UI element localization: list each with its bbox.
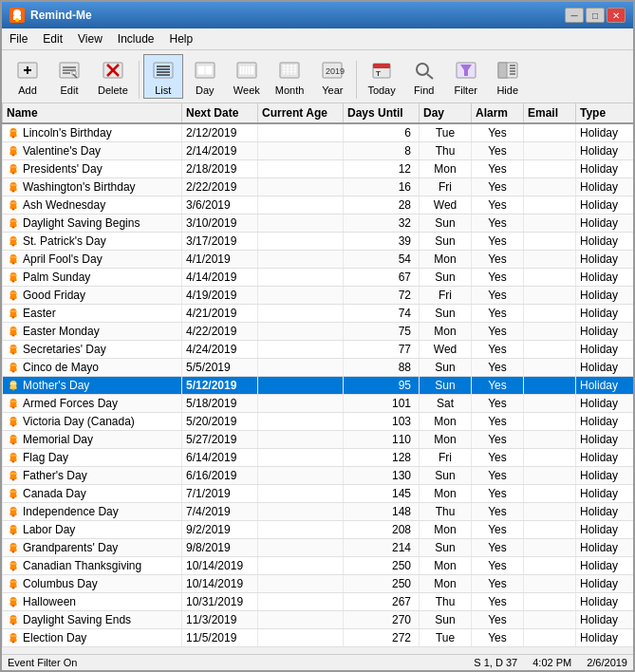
- cell-alarm: Yes: [472, 521, 524, 538]
- year-button[interactable]: 2019 Year: [312, 54, 352, 99]
- table-row[interactable]: Ash Wednesday3/6/201928WedYesHoliday: [2, 196, 633, 215]
- list-button[interactable]: List: [143, 54, 183, 99]
- week-button[interactable]: Week: [227, 54, 267, 99]
- cell-type: Holiday: [576, 124, 633, 141]
- cell-day: Mon: [420, 575, 472, 592]
- cell-days: 272: [344, 629, 420, 646]
- table-row[interactable]: Presidents' Day2/18/201912MonYesHoliday: [2, 160, 633, 178]
- table-row[interactable]: Flag Day6/14/2019128FriYesHoliday: [2, 449, 633, 467]
- col-days-until[interactable]: Days Until: [344, 103, 420, 122]
- cell-age: [258, 575, 344, 592]
- table-row[interactable]: Armed Forces Day5/18/2019101SatYesHolida…: [2, 395, 633, 413]
- cell-alarm: Yes: [472, 413, 524, 430]
- table-row[interactable]: Labor Day9/2/2019208MonYesHoliday: [2, 521, 633, 539]
- table-row[interactable]: Independence Day7/4/2019148ThuYesHoliday: [2, 503, 633, 521]
- close-button[interactable]: ✕: [607, 8, 626, 23]
- table-row[interactable]: Election Day11/5/2019272TueYesHoliday: [2, 629, 633, 647]
- delete-button[interactable]: Delete: [91, 54, 135, 99]
- cell-days: 16: [344, 178, 420, 196]
- svg-point-70: [12, 209, 15, 211]
- table-row[interactable]: Daylight Saving Begins3/10/201932SunYesH…: [2, 215, 633, 233]
- day-button[interactable]: Day: [185, 54, 225, 99]
- today-label: Today: [367, 84, 395, 96]
- add-button[interactable]: Add: [8, 54, 47, 99]
- table-body[interactable]: Lincoln's Birthday2/12/20196TueYesHolida…: [2, 124, 633, 654]
- event-icon: [7, 613, 20, 626]
- col-current-age[interactable]: Current Age: [258, 103, 344, 122]
- find-icon: [411, 57, 438, 84]
- menu-help[interactable]: Help: [162, 30, 201, 47]
- col-type[interactable]: Type: [576, 103, 633, 122]
- svg-rect-79: [10, 238, 16, 240]
- cell-day: Mon: [420, 557, 472, 574]
- table-row[interactable]: Father's Day6/16/2019130SunYesHoliday: [2, 467, 633, 485]
- table-row[interactable]: Daylight Saving Ends11/3/2019270SunYesHo…: [2, 611, 633, 629]
- cell-day: Sun: [420, 305, 472, 322]
- cell-days: 208: [344, 521, 420, 538]
- status-time: 4:02 PM: [532, 657, 571, 668]
- event-icon: [7, 451, 20, 464]
- col-day[interactable]: Day: [420, 103, 472, 122]
- table-row[interactable]: St. Patrick's Day3/17/201939SunYesHolida…: [2, 233, 633, 251]
- event-name: Valentine's Day: [23, 144, 101, 158]
- cell-alarm: Yes: [472, 287, 524, 304]
- svg-point-78: [12, 245, 15, 247]
- table-row[interactable]: Canadian Thanksgiving10/14/2019250MonYes…: [2, 557, 633, 575]
- col-next-date[interactable]: Next Date: [182, 103, 258, 122]
- table-row[interactable]: Cinco de Mayo5/5/201988SunYesHoliday: [2, 359, 633, 377]
- today-button[interactable]: T Today: [361, 54, 402, 99]
- cell-alarm: Yes: [472, 160, 524, 177]
- title-bar-left: Remind-Me: [9, 8, 92, 23]
- cell-email: [524, 323, 576, 340]
- menu-edit[interactable]: Edit: [35, 30, 70, 47]
- table-row[interactable]: Easter Monday4/22/201975MonYesHoliday: [2, 323, 633, 341]
- cell-date: 4/14/2019: [182, 269, 258, 286]
- event-icon: [7, 595, 20, 608]
- table-row[interactable]: Canada Day7/1/2019145MonYesHoliday: [2, 485, 633, 503]
- table-row[interactable]: Valentine's Day2/14/20198ThuYesHoliday: [2, 142, 633, 160]
- cell-day: Sun: [420, 467, 472, 484]
- menu-view[interactable]: View: [70, 30, 110, 47]
- maximize-button[interactable]: □: [586, 8, 605, 23]
- cell-email: [524, 593, 576, 610]
- cell-email: [524, 341, 576, 358]
- edit-button[interactable]: Edit: [49, 54, 89, 99]
- table-row[interactable]: Memorial Day5/27/2019110MonYesHoliday: [2, 431, 633, 449]
- hide-button[interactable]: Hide: [488, 54, 528, 99]
- cell-alarm: Yes: [472, 215, 524, 232]
- col-email[interactable]: Email: [524, 103, 576, 122]
- svg-point-54: [12, 137, 15, 139]
- table-row[interactable]: Secretaries' Day4/24/201977WedYesHoliday: [2, 341, 633, 359]
- cell-age: [258, 629, 344, 646]
- main-window: Remind-Me ─ □ ✕ File Edit View Include H…: [0, 0, 635, 672]
- cell-date: 5/27/2019: [182, 431, 258, 448]
- cell-age: [258, 233, 344, 250]
- col-alarm[interactable]: Alarm: [472, 103, 524, 122]
- cell-name: Independence Day: [2, 503, 182, 520]
- filter-button[interactable]: Filter: [446, 54, 486, 99]
- table-row[interactable]: Mother's Day5/12/201995SunYesHoliday: [2, 377, 633, 395]
- cell-days: 267: [344, 593, 420, 610]
- cell-name: Columbus Day: [2, 575, 182, 592]
- table-row[interactable]: Columbus Day10/14/2019250MonYesHoliday: [2, 575, 633, 593]
- table-row[interactable]: Grandparents' Day9/8/2019214SunYesHolida…: [2, 539, 633, 557]
- table-row[interactable]: Halloween10/31/2019267ThuYesHoliday: [2, 593, 633, 611]
- menu-include[interactable]: Include: [110, 30, 162, 47]
- cell-name: Palm Sunday: [2, 269, 182, 286]
- menu-file[interactable]: File: [2, 30, 35, 47]
- svg-rect-71: [10, 202, 16, 204]
- table-row[interactable]: Good Friday4/19/201972FriYesHoliday: [2, 287, 633, 305]
- month-button[interactable]: Month: [269, 54, 311, 99]
- table-row[interactable]: Lincoln's Birthday2/12/20196TueYesHolida…: [2, 124, 633, 142]
- find-button[interactable]: Find: [404, 54, 444, 99]
- table-row[interactable]: Washington's Birthday2/22/201916FriYesHo…: [2, 178, 633, 196]
- col-name[interactable]: Name: [2, 103, 182, 122]
- table-row[interactable]: Victoria Day (Canada)5/20/2019103MonYesH…: [2, 413, 633, 431]
- table-row[interactable]: April Fool's Day4/1/201954MonYesHoliday: [2, 251, 633, 269]
- cell-age: [258, 377, 344, 394]
- cell-name: Grandparents' Day: [2, 539, 182, 556]
- table-row[interactable]: Palm Sunday4/14/201967SunYesHoliday: [2, 269, 633, 287]
- minimize-button[interactable]: ─: [565, 8, 584, 23]
- svg-rect-115: [10, 401, 16, 402]
- table-row[interactable]: Easter4/21/201974SunYesHoliday: [2, 305, 633, 323]
